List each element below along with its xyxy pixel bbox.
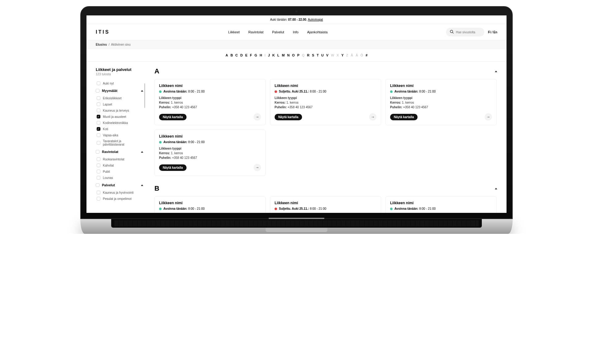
alpha-letter[interactable]: J — [268, 53, 270, 57]
alpha-letter[interactable]: P — [297, 53, 299, 57]
show-on-map-button[interactable]: Näytä kartalla — [390, 114, 418, 120]
alpha-letter[interactable]: S — [312, 53, 314, 57]
arrow-right-icon[interactable]: → — [485, 113, 492, 121]
alpha-letter[interactable]: Y — [341, 53, 343, 57]
store-card[interactable]: Liikkeen nimi Avoinna tänään: 8:00 - 21:… — [385, 196, 497, 213]
svg-line-1 — [452, 32, 454, 34]
filter-item[interactable]: Pesulat ja ompelimot — [97, 196, 143, 202]
results-area: A Liikkeen nimi Avoinna tänään: 8:00 - 2… — [145, 62, 507, 213]
alpha-letter[interactable]: F — [250, 53, 252, 57]
alpha-letter[interactable]: L — [277, 53, 280, 57]
logo[interactable]: ITIS — [96, 29, 110, 35]
store-card[interactable]: Liikkeen nimi Suljettu. Auki 25.11.: 8:0… — [270, 79, 381, 125]
nav-item[interactable]: Ajankohtaista — [307, 30, 328, 34]
opening-hours-link[interactable]: Aukioloajat — [308, 18, 323, 21]
chevron-up-icon — [141, 151, 143, 153]
store-name: Liikkeen nimi — [390, 84, 492, 88]
store-card[interactable]: Liikkeen nimi Avoinna tänään: 8:00 - 21:… — [385, 79, 497, 125]
alpha-letter[interactable]: D — [240, 53, 243, 57]
chevron-up-icon[interactable] — [495, 71, 497, 72]
sidebar-title: Liikkeet ja palvelut — [96, 67, 143, 72]
chevron-up-icon[interactable] — [495, 188, 497, 189]
filter-group-header[interactable]: Palvelut — [96, 181, 143, 189]
nav-item[interactable]: Palvelut — [272, 30, 284, 34]
filter-group-header[interactable]: Ravintolat — [96, 147, 143, 156]
filter-item[interactable]: Lapset — [97, 101, 143, 107]
language-switch[interactable]: Fi / En — [488, 31, 497, 34]
search-input[interactable] — [456, 31, 481, 34]
lang-en[interactable]: En — [493, 31, 497, 34]
filter-item[interactable]: Kahvilat — [97, 162, 143, 168]
filter-label: Ruokaravintolat — [103, 158, 124, 161]
status-dot-icon — [390, 90, 393, 93]
alpha-letter[interactable]: E — [245, 53, 247, 57]
lang-fi[interactable]: Fi — [488, 31, 491, 34]
alpha-letter[interactable]: R — [307, 53, 309, 57]
open-today-hours: 07.00 - 22.00 — [288, 18, 306, 21]
alpha-letter[interactable]: U — [321, 53, 324, 57]
sidebar-scrollbar[interactable] — [144, 83, 145, 108]
filter-group-header[interactable]: Myymälät — [96, 86, 143, 95]
alpha-letter[interactable]: T — [317, 53, 319, 57]
checkbox-icon — [97, 197, 100, 201]
search-box[interactable] — [446, 28, 484, 36]
show-on-map-button[interactable]: Näytä kartalla — [159, 164, 187, 171]
alpha-letter[interactable]: B — [230, 53, 233, 57]
breadcrumb-home[interactable]: Etusivu — [96, 43, 107, 46]
alpha-letter[interactable]: O — [292, 53, 295, 57]
store-type: Liikkeen tyyppi — [390, 96, 492, 100]
filter-item[interactable]: Ruokaravintolat — [97, 156, 143, 162]
status-dot-icon — [159, 90, 162, 93]
checkbox-icon — [97, 81, 100, 85]
status-label: Avoinna tänään: 8:00 - 21:00 — [163, 207, 205, 210]
status-label: Avoinna tänään: 8:00 - 21:00 — [163, 90, 205, 93]
filter-item[interactable]: Vapaa-aika — [97, 132, 143, 138]
status-label: Suljettu. Auki 25.11.: 8:00 - 21:00 — [279, 207, 326, 210]
alpha-letter[interactable]: K — [272, 53, 275, 57]
show-on-map-button[interactable]: Näytä kartalla — [159, 114, 187, 120]
alpha-letter[interactable]: A — [225, 53, 228, 57]
filter-item[interactable]: Koti — [97, 126, 143, 132]
show-on-map-button[interactable]: Näytä kartalla — [275, 114, 302, 120]
alpha-letter[interactable]: # — [366, 53, 368, 57]
filter-item[interactable]: Kodinelektroniikka — [97, 120, 143, 126]
checkbox-icon — [97, 127, 100, 131]
filter-group-label: Myymälät — [102, 89, 117, 93]
status-label: Avoinna tänään: 8:00 - 21:00 — [394, 90, 436, 93]
nav-item[interactable]: Liikkeet — [228, 30, 240, 34]
store-card[interactable]: Liikkeen nimi Avoinna tänään: 8:00 - 21:… — [154, 196, 266, 213]
store-floor: Kerros: 1. kerros — [390, 100, 492, 105]
chevron-up-icon — [141, 184, 143, 186]
store-card[interactable]: Liikkeen nimi Avoinna tänään: 8:00 - 21:… — [154, 79, 266, 125]
filter-item[interactable]: Kauneus ja hyvinvointi — [97, 189, 143, 196]
open-today-label: Auki tänään: — [270, 18, 288, 21]
alpha-letter[interactable]: C — [235, 53, 238, 57]
alpha-letter: Ä — [355, 53, 358, 57]
filter-item[interactable]: Muoti ja asusteet — [97, 114, 143, 120]
store-floor: Kerros: 1. kerros — [159, 151, 261, 155]
nav-item[interactable]: Ravintolat — [248, 30, 263, 34]
arrow-right-icon[interactable]: → — [254, 164, 261, 171]
alpha-letter[interactable]: M — [282, 53, 284, 57]
filter-item[interactable]: Kauneus ja terveys — [97, 107, 143, 114]
store-phone: Puhelin: +358 40 123 4567 — [159, 155, 261, 160]
alpha-letter[interactable]: H — [260, 53, 262, 57]
store-card[interactable]: Liikkeen nimi Avoinna tänään: 8:00 - 21:… — [154, 130, 266, 176]
filter-item[interactable]: Tavaratalot ja päivittäistavarat — [97, 138, 143, 147]
status-dot-icon — [159, 141, 162, 143]
arrow-right-icon[interactable]: → — [369, 113, 376, 121]
checkbox-icon — [97, 96, 100, 100]
arrow-right-icon[interactable]: → — [254, 113, 261, 121]
chevron-up-icon — [141, 90, 143, 92]
alpha-letter[interactable]: V — [326, 53, 328, 57]
checkbox-icon — [97, 115, 100, 118]
filter-item[interactable]: Pubit — [97, 168, 143, 175]
laptop-trackpad — [266, 228, 327, 232]
store-card[interactable]: Liikkeen nimi Suljettu. Auki 25.11.: 8:0… — [270, 196, 381, 213]
nav-item[interactable]: Info — [293, 30, 298, 34]
filter-item[interactable]: Erikoisliikkeet — [97, 95, 143, 101]
alpha-letter[interactable]: N — [287, 53, 290, 57]
filter-item[interactable]: Lounas — [97, 175, 143, 181]
alpha-letter[interactable]: G — [254, 53, 257, 57]
filter-open-now[interactable]: Auki nyt — [97, 80, 143, 86]
